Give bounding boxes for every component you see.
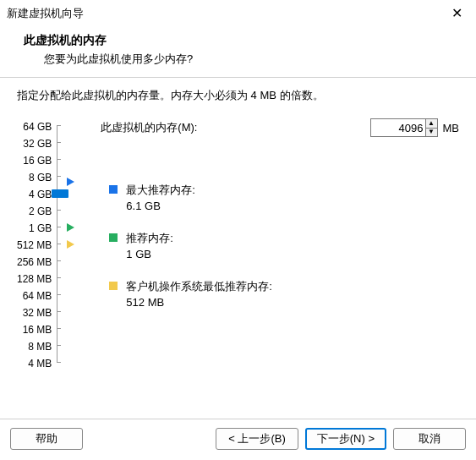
min-rec-label: 客户机操作系统最低推荐内存: xyxy=(126,279,272,294)
spinner-up-icon[interactable]: ▲ xyxy=(426,119,437,129)
ruler-label: 8 GB xyxy=(29,169,52,186)
memory-slider-track[interactable] xyxy=(57,125,63,362)
page-title: 此虚拟机的内存 xyxy=(24,33,452,48)
rec-value: 1 GB xyxy=(126,246,173,260)
ruler-labels: 64 GB 32 GB 16 GB 8 GB 4 GB 2 GB 1 GB 51… xyxy=(17,118,57,372)
rec-label: 推荐内存: xyxy=(126,231,173,246)
square-yellow-icon xyxy=(109,282,118,290)
ruler-label: 32 GB xyxy=(23,135,52,152)
ruler-label: 256 MB xyxy=(17,254,52,271)
cancel-button[interactable]: 取消 xyxy=(393,428,466,450)
ruler-label: 128 MB xyxy=(17,271,52,288)
marker-min-icon xyxy=(67,240,74,249)
ruler-label: 16 GB xyxy=(23,152,52,169)
next-button[interactable]: 下一步(N) > xyxy=(305,428,386,450)
ruler-label: 4 GB xyxy=(29,186,52,203)
ruler-label: 1 GB xyxy=(29,220,52,237)
close-icon[interactable]: ✕ xyxy=(446,3,468,23)
marker-max-icon xyxy=(67,178,74,186)
memory-label: 此虚拟机的内存(M): xyxy=(101,120,197,135)
max-rec-label: 最大推荐内存: xyxy=(126,183,195,198)
spinner-down-icon[interactable]: ▼ xyxy=(426,129,437,137)
memory-unit: MB xyxy=(443,122,460,134)
square-green-icon xyxy=(109,233,118,242)
ruler-label: 64 GB xyxy=(23,118,52,135)
instruction-text: 指定分配给此虚拟机的内存量。内存大小必须为 4 MB 的倍数。 xyxy=(17,88,459,103)
min-rec-value: 512 MB xyxy=(126,294,272,309)
memory-slider-handle[interactable] xyxy=(52,189,68,198)
back-button[interactable]: < 上一步(B) xyxy=(216,428,298,450)
window-title: 新建虚拟机向导 xyxy=(7,6,84,21)
ruler-label: 2 GB xyxy=(29,203,52,220)
ruler-label: 64 MB xyxy=(23,288,52,304)
ruler-label: 32 MB xyxy=(23,304,52,321)
ruler-label: 8 MB xyxy=(28,338,52,355)
ruler-label: 4 MB xyxy=(28,355,52,372)
ruler-label: 16 MB xyxy=(23,321,52,338)
marker-rec-icon xyxy=(67,223,74,232)
help-button[interactable]: 帮助 xyxy=(10,428,83,450)
ruler-label: 512 MB xyxy=(17,237,52,254)
page-subtitle: 您要为此虚拟机使用多少内存? xyxy=(24,52,452,67)
square-blue-icon xyxy=(109,185,118,194)
max-rec-value: 6.1 GB xyxy=(126,198,195,212)
